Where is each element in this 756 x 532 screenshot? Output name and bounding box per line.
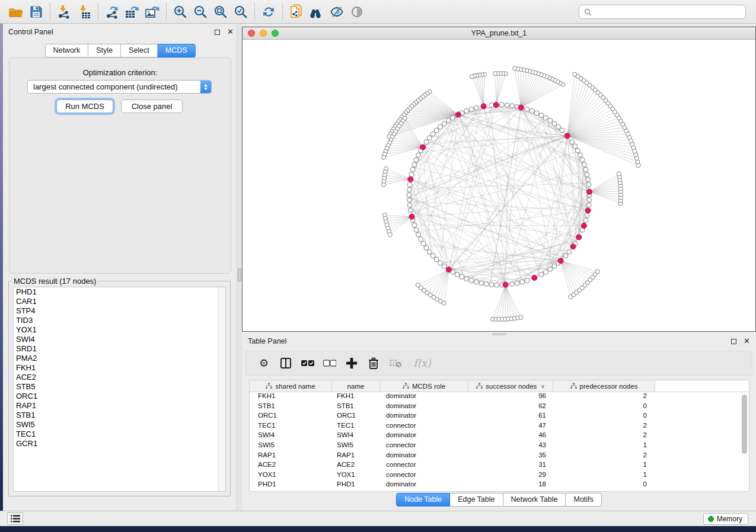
mcds-node[interactable] <box>446 267 452 273</box>
network-node[interactable] <box>585 172 589 177</box>
network-node[interactable] <box>470 75 474 79</box>
table-scrollbar[interactable] <box>742 393 748 488</box>
network-node[interactable] <box>556 124 561 129</box>
network-node[interactable] <box>416 153 421 158</box>
splitter-handle[interactable] <box>238 268 241 281</box>
import-network-button[interactable] <box>54 2 74 21</box>
network-node[interactable] <box>408 208 413 213</box>
tab-edge-table[interactable]: Edge Table <box>450 493 503 507</box>
network-node[interactable] <box>539 113 544 118</box>
search-input[interactable] <box>595 8 741 16</box>
table-row[interactable]: SWI4SWI4dominator462 <box>250 431 749 441</box>
network-node[interactable] <box>580 158 585 162</box>
import-table-button[interactable] <box>74 2 94 21</box>
result-node[interactable]: CAR1 <box>14 297 225 306</box>
network-node[interactable] <box>412 223 417 227</box>
network-node[interactable] <box>407 198 412 203</box>
network-node[interactable] <box>570 140 575 145</box>
network-node[interactable] <box>525 278 529 283</box>
result-node[interactable]: STB5 <box>14 382 225 392</box>
network-node[interactable] <box>587 198 592 203</box>
network-node[interactable] <box>382 155 386 159</box>
result-node[interactable]: YOX1 <box>14 325 225 335</box>
network-node[interactable] <box>489 282 494 287</box>
column-header-successor-nodes[interactable]: successor nodes∨ <box>468 380 553 392</box>
network-node[interactable] <box>464 108 469 113</box>
mcds-result-list[interactable]: PHD1CAR1STP4TID3YOX1SWI4SRD1PMA2FKH1ACE2… <box>13 287 226 492</box>
network-canvas[interactable] <box>243 40 755 331</box>
table-row[interactable]: SWI5SWI5connector431 <box>250 441 749 451</box>
result-node[interactable]: TEC1 <box>14 430 225 439</box>
network-node[interactable] <box>585 213 589 217</box>
network-node[interactable] <box>548 267 553 271</box>
network-node[interactable] <box>381 182 385 187</box>
mcds-node[interactable] <box>581 223 586 228</box>
network-node[interactable] <box>525 107 529 111</box>
result-node[interactable]: STB1 <box>14 411 225 420</box>
network-node[interactable] <box>442 301 446 305</box>
column-header-MCDS-role[interactable]: MCDS role <box>380 380 468 392</box>
mcds-node[interactable] <box>564 133 570 139</box>
network-node[interactable] <box>513 66 517 70</box>
network-node[interactable] <box>442 264 446 268</box>
network-node[interactable] <box>552 121 557 126</box>
run-mcds-button[interactable]: Run MCDS <box>56 100 113 113</box>
table-scrollbar-thumb[interactable] <box>742 395 747 454</box>
network-file-button[interactable] <box>286 2 307 21</box>
mcds-node[interactable] <box>503 282 508 287</box>
network-node[interactable] <box>438 124 442 129</box>
network-node[interactable] <box>430 132 435 136</box>
tab-select[interactable]: Select <box>121 44 158 57</box>
network-node[interactable] <box>586 182 591 187</box>
result-node[interactable]: SWI4 <box>14 335 225 344</box>
column-header-predecessor-nodes[interactable]: predecessor nodes <box>553 380 655 392</box>
result-node[interactable]: SWI5 <box>14 420 225 430</box>
table-row[interactable]: FKH1FKH1dominator962 <box>250 392 749 402</box>
network-node[interactable] <box>410 167 415 172</box>
network-node[interactable] <box>583 218 588 223</box>
network-node[interactable] <box>412 162 417 167</box>
network-node[interactable] <box>539 272 544 277</box>
network-graph[interactable] <box>243 40 756 331</box>
result-node[interactable]: GCR1 <box>14 439 225 448</box>
network-node[interactable] <box>451 116 455 120</box>
result-node[interactable]: TID3 <box>14 316 225 325</box>
network-node[interactable] <box>493 72 497 76</box>
float-panel-icon[interactable] <box>215 30 220 35</box>
result-node[interactable]: STP4 <box>14 306 225 316</box>
zoom-fit-button[interactable] <box>210 2 231 21</box>
export-network-button[interactable] <box>102 2 122 21</box>
hide-details-button[interactable] <box>327 2 347 21</box>
refresh-button[interactable] <box>259 2 279 21</box>
tab-node-table[interactable]: Node Table <box>396 493 450 507</box>
network-node[interactable] <box>583 167 588 172</box>
tab-mcds[interactable]: MCDS <box>158 44 196 57</box>
network-node[interactable] <box>434 257 439 262</box>
network-node[interactable] <box>519 315 523 319</box>
network-node[interactable] <box>573 144 578 149</box>
mcds-node[interactable] <box>570 244 576 249</box>
table-row[interactable]: ACE2ACE2connector311 <box>250 461 749 471</box>
network-node[interactable] <box>460 274 464 279</box>
network-node[interactable] <box>455 272 460 277</box>
network-node[interactable] <box>575 148 580 153</box>
network-node[interactable] <box>407 182 412 187</box>
network-node[interactable] <box>543 270 548 274</box>
horizontal-splitter-handle[interactable] <box>492 333 506 335</box>
network-node[interactable] <box>560 128 564 133</box>
network-node[interactable] <box>414 227 419 232</box>
memory-button[interactable]: Memory <box>703 513 748 525</box>
table-row[interactable]: RAP1RAP1dominator352 <box>250 451 749 462</box>
mcds-node[interactable] <box>576 235 582 240</box>
network-node[interactable] <box>552 264 557 268</box>
network-node[interactable] <box>499 102 504 107</box>
network-node[interactable] <box>520 280 525 284</box>
close-table-panel-icon[interactable]: ✕ <box>744 338 750 344</box>
tab-network[interactable]: Network <box>44 44 88 57</box>
mcds-node[interactable] <box>585 208 591 213</box>
result-list-scrollbar[interactable] <box>218 287 225 491</box>
mcds-node[interactable] <box>408 177 413 182</box>
network-node[interactable] <box>573 72 577 76</box>
network-node[interactable] <box>416 232 421 237</box>
close-panel-icon[interactable]: ✕ <box>227 29 234 35</box>
